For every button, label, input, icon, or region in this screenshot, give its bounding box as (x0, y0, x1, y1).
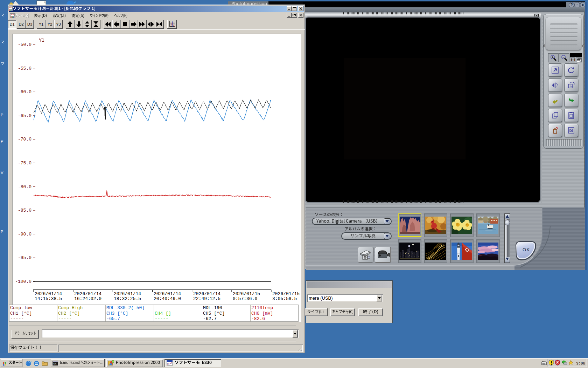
svg-text:OK: OK (523, 247, 530, 252)
svg-text:cx: cx (53, 362, 57, 365)
